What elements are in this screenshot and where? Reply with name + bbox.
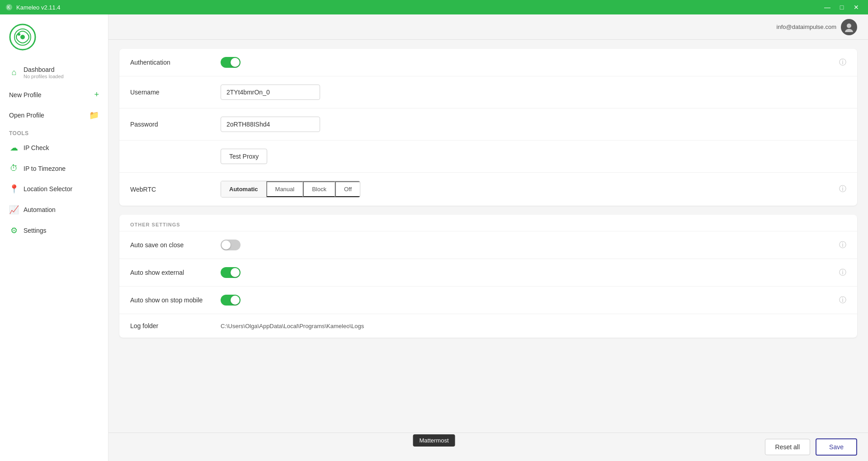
auto-show-mobile-toggle[interactable] (221, 295, 241, 306)
clock-icon: ⏱ (9, 164, 19, 173)
toggle-thumb (231, 268, 240, 277)
webrtc-row: WebRTC Automatic Manual Block Off ⓘ (119, 173, 857, 206)
webrtc-block-option[interactable]: Block (303, 181, 335, 197)
webrtc-options-group: Automatic Manual Block Off (221, 181, 360, 198)
app-body: ⌂ Dashboard No profiles loaded New Profi… (0, 14, 868, 461)
open-profile-label: Open Profile (9, 112, 44, 119)
cloud-icon: ☁ (9, 143, 19, 153)
kameleo-logo-icon (9, 24, 36, 51)
save-button[interactable]: Save (816, 438, 857, 456)
test-proxy-row: Test Proxy (119, 141, 857, 173)
authentication-toggle[interactable] (221, 57, 241, 68)
folder-icon: 📁 (89, 110, 99, 120)
webrtc-manual-option[interactable]: Manual (266, 181, 303, 197)
test-proxy-button[interactable]: Test Proxy (221, 149, 267, 164)
maximize-button[interactable]: □ (835, 2, 848, 13)
sidebar-item-dashboard[interactable]: ⌂ Dashboard No profiles loaded (0, 61, 108, 84)
svg-point-7 (845, 29, 853, 32)
content-area: Authentication ⓘ Username (108, 40, 868, 433)
footer-bar: Reset all Save (108, 433, 868, 461)
ip-timezone-label: IP to Timezone (24, 165, 66, 172)
mattermost-tooltip: Mattermost (413, 434, 455, 447)
new-profile-label: New Profile (9, 91, 42, 99)
app-title: Kameleo v2.11.4 (16, 4, 61, 11)
webrtc-off-option[interactable]: Off (335, 181, 360, 197)
auto-save-label: Auto save on close (130, 241, 221, 249)
password-input[interactable] (221, 117, 320, 132)
authentication-row: Authentication ⓘ (119, 49, 857, 76)
auto-show-mobile-info-icon[interactable]: ⓘ (839, 296, 846, 305)
sidebar-item-ip-check[interactable]: ☁ IP Check (0, 138, 108, 157)
authentication-card: Authentication ⓘ Username (119, 49, 857, 206)
sidebar-item-open-profile[interactable]: Open Profile 📁 (0, 106, 108, 125)
add-icon: + (94, 90, 99, 99)
tools-header: Tools (0, 127, 108, 138)
auto-show-external-toggle[interactable] (221, 267, 241, 278)
svg-point-5 (18, 33, 20, 36)
avatar-icon (844, 22, 854, 32)
auto-show-external-info-icon[interactable]: ⓘ (839, 268, 846, 278)
authentication-info-icon[interactable]: ⓘ (839, 58, 846, 67)
user-info: info@dataimpulse.com (777, 19, 857, 35)
sidebar-section-settings[interactable]: ⚙ Settings (0, 221, 108, 240)
app-logo-icon: K (5, 4, 13, 11)
avatar (841, 19, 857, 35)
settings-label: Settings (24, 227, 47, 234)
auto-save-row: Auto save on close ⓘ (119, 231, 857, 259)
sidebar-item-settings[interactable]: ⚙ Settings (0, 221, 108, 240)
sidebar-logo (0, 24, 108, 61)
home-icon: ⌂ (9, 68, 19, 77)
user-email: info@dataimpulse.com (777, 24, 836, 30)
location-label: Location Selector (24, 185, 72, 193)
auto-save-info-icon[interactable]: ⓘ (839, 240, 846, 250)
svg-point-4 (20, 35, 25, 39)
auto-show-external-label: Auto show external (130, 269, 221, 276)
password-row: Password (119, 108, 857, 141)
svg-text:K: K (7, 5, 10, 10)
sidebar-section-location[interactable]: 📍 Location Selector (0, 179, 108, 198)
sidebar-item-ip-timezone[interactable]: ⏱ IP to Timezone (0, 159, 108, 178)
sidebar-item-new-profile[interactable]: New Profile + (0, 85, 108, 104)
titlebar-left: K Kameleo v2.11.4 (5, 4, 61, 11)
window-controls: — □ ✕ (821, 2, 863, 13)
sidebar-section-open-profile[interactable]: Open Profile 📁 (0, 106, 108, 125)
gear-icon: ⚙ (9, 226, 19, 235)
password-label: Password (130, 121, 221, 128)
log-folder-path: C:\Users\Olga\AppData\Local\Programs\Kam… (221, 323, 364, 329)
webrtc-info-icon[interactable]: ⓘ (839, 184, 846, 194)
auto-show-mobile-row: Auto show on stop mobile ⓘ (119, 287, 857, 314)
toggle-thumb (231, 58, 240, 67)
sidebar-item-automation[interactable]: 📈 Automation (0, 200, 108, 219)
toggle-thumb (222, 240, 231, 249)
auto-show-mobile-label: Auto show on stop mobile (130, 296, 221, 304)
other-settings-header: OTHER SETTINGS (119, 215, 857, 231)
log-folder-row: Log folder C:\Users\Olga\AppData\Local\P… (119, 314, 857, 338)
username-label: Username (130, 89, 221, 96)
username-input[interactable] (221, 85, 320, 100)
dashboard-label: Dashboard (24, 66, 64, 73)
sidebar-item-location-selector[interactable]: 📍 Location Selector (0, 179, 108, 198)
webrtc-automatic-option[interactable]: Automatic (221, 181, 267, 198)
close-button[interactable]: ✕ (850, 2, 863, 13)
webrtc-label: WebRTC (130, 186, 221, 193)
ip-check-label: IP Check (24, 144, 49, 151)
username-row: Username (119, 76, 857, 108)
auto-show-external-row: Auto show external ⓘ (119, 259, 857, 287)
dashboard-sublabel: No profiles loaded (24, 74, 64, 79)
sidebar-section-ip-timezone[interactable]: ⏱ IP to Timezone (0, 159, 108, 178)
sidebar-section-new-profile[interactable]: New Profile + (0, 85, 108, 104)
authentication-toggle-container (221, 57, 839, 68)
automation-label: Automation (24, 206, 56, 213)
authentication-label: Authentication (130, 59, 221, 66)
chart-icon: 📈 (9, 205, 19, 215)
pin-icon: 📍 (9, 184, 19, 194)
sidebar-section-dashboard[interactable]: ⌂ Dashboard No profiles loaded (0, 61, 108, 84)
minimize-button[interactable]: — (821, 2, 834, 13)
auto-save-toggle[interactable] (221, 240, 241, 250)
reset-all-button[interactable]: Reset all (765, 439, 810, 455)
sidebar: ⌂ Dashboard No profiles loaded New Profi… (0, 14, 108, 461)
svg-point-6 (847, 24, 851, 28)
other-settings-card: OTHER SETTINGS Auto save on close ⓘ (119, 215, 857, 338)
sidebar-section-automation[interactable]: 📈 Automation (0, 200, 108, 219)
sidebar-section-ip-check[interactable]: ☁ IP Check (0, 138, 108, 157)
